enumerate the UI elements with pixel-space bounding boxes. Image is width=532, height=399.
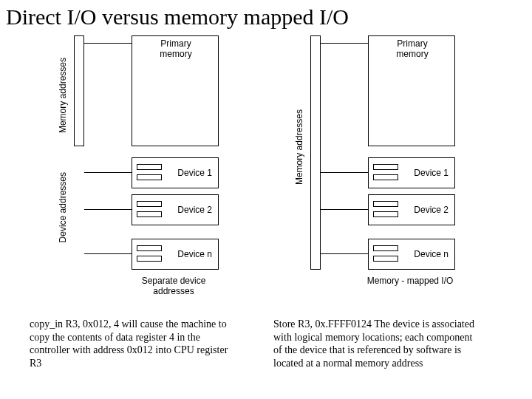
mmio-diagram: Memory addresses Primary memory Device 1…	[281, 35, 495, 301]
device-n-box: Device n	[368, 239, 455, 270]
register-box	[137, 245, 162, 251]
connector-line	[321, 43, 368, 44]
device-1-box: Device 1	[132, 157, 219, 188]
device-label: Device n	[414, 249, 449, 259]
device-2-box: Device 2	[368, 194, 455, 225]
connector-line	[84, 209, 132, 210]
register-box	[137, 164, 162, 170]
page-title: Direct I/O versus memory mapped I/O	[0, 0, 532, 30]
device-addresses-label: Device addresses	[58, 172, 68, 242]
register-box	[373, 245, 398, 251]
direct-io-diagram: Memory addresses Primary memory Device a…	[44, 35, 259, 301]
device-label: Device 1	[414, 168, 449, 178]
register-box	[373, 211, 398, 217]
device-label: Device 2	[414, 205, 449, 215]
device-2-box: Device 2	[132, 194, 219, 225]
memory-address-bar-full	[310, 35, 321, 270]
mmio-caption: Memory - mapped I/O	[340, 276, 480, 286]
primary-memory-label: Primary memory	[154, 38, 198, 60]
register-box	[373, 164, 398, 170]
register-box	[373, 256, 398, 262]
device-n-box: Device n	[132, 239, 219, 270]
device-label: Device 2	[177, 205, 212, 215]
diagram-area: Memory addresses Primary memory Device a…	[0, 30, 532, 303]
footer-text-area: copy_in R3, 0x012, 4 will cause the mach…	[0, 303, 532, 369]
connector-line	[321, 172, 368, 173]
device-address-bar	[74, 35, 84, 146]
direct-io-caption: Separate device addresses	[111, 276, 236, 296]
device-label: Device 1	[177, 168, 212, 178]
primary-memory-label: Primary memory	[390, 38, 434, 60]
connector-line	[84, 172, 132, 173]
memory-addresses-label: Memory addresses	[58, 58, 68, 133]
direct-io-explanation: copy_in R3, 0x012, 4 will cause the mach…	[30, 318, 236, 369]
device-1-box: Device 1	[368, 157, 455, 188]
connector-line	[321, 253, 368, 254]
register-box	[137, 256, 162, 262]
mmio-explanation: Store R3, 0x.FFFF0124 The device is asso…	[273, 318, 480, 369]
memory-addresses-label: Memory addresses	[294, 109, 304, 185]
connector-line	[84, 253, 132, 254]
connector-line	[321, 209, 368, 210]
register-box	[373, 201, 398, 207]
register-box	[137, 201, 162, 207]
connector-line	[84, 43, 132, 44]
register-box	[373, 174, 398, 180]
register-box	[137, 174, 162, 180]
device-label: Device n	[177, 249, 212, 259]
register-box	[137, 211, 162, 217]
